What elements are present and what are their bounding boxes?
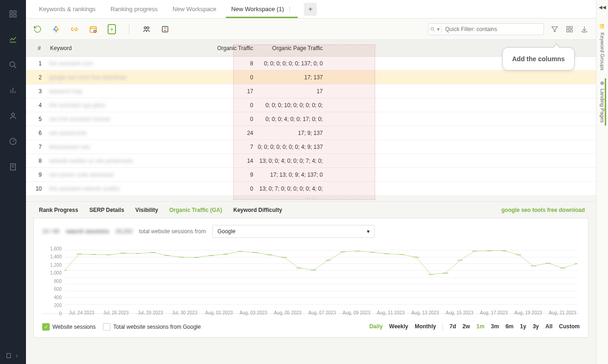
table-row[interactable]: 4 link assistant spy glass 0 0; 0; 0; 10… [26,98,596,112]
table-row[interactable]: 2 google seo tools free download 0 17; 1… [26,70,596,84]
table-row[interactable]: 6 seo powersuite 24 17; 9; 137 [26,126,596,140]
drag-handle[interactable]: ⋯⋯ [26,196,596,201]
ltab-rank-progress[interactable]: Rank Progress [33,207,84,213]
checkbox-checked-icon[interactable]: ✓ [42,323,50,331]
nav-bars-icon[interactable] [8,86,18,95]
svg-point-4 [10,62,15,67]
tab-keywords-rankings[interactable]: Keywords & rankings [32,0,103,18]
nav-user-icon[interactable] [8,111,18,121]
tab-new-workspace-1[interactable]: New Workspace (1)⋮ [224,0,300,18]
td-num: 8 [26,158,45,164]
quick-filter-input[interactable] [442,26,544,32]
svg-point-50 [354,251,360,251]
granularity-monthly[interactable]: Monthly [415,323,436,331]
td-organic-traffic: 7 [187,144,258,150]
td-organic-page-traffic: 17; 13; 0; 9; 4; 137; 0 [258,172,328,178]
columns-icon[interactable] [565,25,574,33]
nav-collapse-icon[interactable]: › [6,352,18,359]
legend-website-sessions[interactable]: ✓Website sessions [42,323,96,331]
period-3m[interactable]: 3m [491,323,499,331]
period-1m[interactable]: 1m [476,323,484,331]
period-1y[interactable]: 1y [520,323,526,331]
th-organic-page-traffic[interactable]: Organic Page Traffic [258,40,328,56]
td-organic-page-traffic: 0; 0; 0; 4; 0; 0; 17; 0; 0; [258,116,328,122]
th-num[interactable]: # [26,40,45,56]
table-row[interactable]: 8 website auditor vs seo powersuite 14 1… [26,154,596,168]
td-organic-traffic: 9 [187,172,258,178]
ltab-visibility[interactable]: Visibility [130,207,164,213]
td-keyword: keyword map [45,88,187,95]
period-all[interactable]: All [545,323,552,331]
nav-search-icon[interactable] [8,60,18,70]
th-organic-traffic[interactable]: Organic Traffic [187,40,258,56]
th-keyword[interactable]: Keyword [45,40,187,56]
svg-point-48 [325,260,331,260]
svg-line-5 [14,66,16,68]
period-custom[interactable]: Custom [559,323,580,331]
granularity-daily[interactable]: Daily [369,323,383,331]
table-row[interactable]: 9 seo power suite download 9 17; 13; 0; … [26,168,596,182]
download-icon[interactable] [580,25,589,33]
group-icon[interactable] [142,25,151,33]
quick-filter[interactable]: ▾ [428,23,544,35]
td-organic-traffic: 0 [187,74,258,81]
nav-gauge-icon[interactable] [8,137,18,146]
link-icon[interactable] [70,25,79,33]
nav-chart-icon[interactable] [8,35,18,44]
search-icon[interactable]: ▾ [429,26,442,32]
granularity-weekly[interactable]: Weekly [389,323,408,331]
table-row[interactable]: 5 seo link assistant tutorial 0 0; 0; 0;… [26,112,596,126]
table-row[interactable]: 10 link assistant website auditor 0 13; … [26,182,596,196]
table-rows: 1 link assistant com 8 0; 0; 0; 0; 0; 0;… [26,57,596,196]
source-dropdown[interactable]: Google ▾ [212,225,375,238]
checkbox-empty-icon[interactable] [103,323,110,331]
filter-icon[interactable] [550,25,559,33]
svg-point-39 [193,257,199,258]
svg-point-43 [252,252,258,253]
refresh-icon[interactable] [33,25,42,33]
sort-icon[interactable] [161,25,169,33]
table-row[interactable]: 7 linkassistant seo 7 0; 0; 0; 0; 0; 0; … [26,140,596,154]
stat1: 16 / 68 [42,228,59,235]
nav-grid-icon[interactable] [8,9,18,19]
collapse-sidebar-icon[interactable]: ◀◀ [599,5,606,10]
tab-ranking-progress[interactable]: Ranking progress [103,0,165,18]
calendar-icon[interactable] [89,25,97,33]
svg-rect-27 [570,26,572,29]
side-tab-landing-pages[interactable]: ⊕ Landing Pages [599,76,605,128]
ltab-keyword-difficulty[interactable]: Keyword Difficulty [228,207,288,213]
svg-point-36 [149,252,155,253]
ltab-organic-traffic[interactable]: Organic Traffic (GA) [164,207,228,213]
tab-more-icon[interactable]: ⋮ [287,6,293,13]
nav-doc-icon[interactable] [8,162,18,172]
period-2w[interactable]: 2w [462,323,470,331]
svg-point-52 [384,254,390,254]
td-num: 7 [26,144,45,150]
svg-rect-26 [567,26,569,29]
td-organic-traffic: 14 [187,158,258,164]
tab-add-button[interactable]: + [304,3,317,16]
left-nav: › [0,0,26,364]
ltab-serp-details[interactable]: SERP Details [84,207,130,213]
svg-point-33 [105,255,111,255]
tab-new-workspace[interactable]: New Workspace [165,0,224,18]
table-row[interactable]: 3 keyword map 17 17 [26,84,596,98]
chevron-down-icon: ▾ [367,228,370,235]
svg-rect-2 [10,15,12,17]
td-organic-traffic: 0 [187,185,258,192]
period-7d[interactable]: 7d [449,323,456,331]
stat2: 28,262 [115,228,133,235]
period-6m[interactable]: 6m [506,323,513,331]
svg-point-49 [340,251,346,252]
share-icon[interactable] [52,25,60,33]
add-button[interactable]: + [108,25,116,33]
legend-total-sessions[interactable]: Total website sessions from Google [103,323,201,331]
tabs-bar: Keywords & rankings Ranking progress New… [26,0,596,19]
svg-rect-1 [14,11,16,13]
period-3y[interactable]: 3y [533,323,539,331]
svg-point-58 [472,251,478,251]
stat1-label: search sessions [66,228,109,235]
svg-rect-17 [90,26,96,32]
side-tab-keyword-groups[interactable]: 📁 Keyword Groups [599,18,605,76]
td-organic-page-traffic: 0; 0; 0; 10; 0; 0; 0; 0; 0; [258,102,328,109]
